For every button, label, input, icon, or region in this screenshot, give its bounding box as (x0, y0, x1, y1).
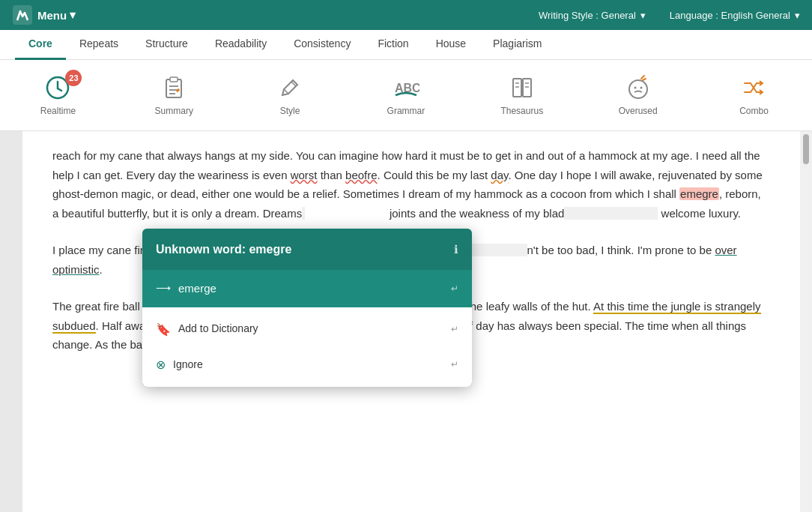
circle-x-icon: ⊗ (156, 355, 166, 375)
grammar-button[interactable]: ABC Grammar (376, 74, 436, 116)
svg-rect-5 (170, 77, 178, 82)
svg-line-9 (284, 89, 288, 94)
top-nav: Menu ▾ Writing Style : General ▾ Languag… (0, 0, 812, 30)
realtime-badge: 23 (65, 70, 82, 86)
error-emegre[interactable]: emegre (679, 187, 719, 200)
nav-right: Writing Style : General ▾ Language : Eng… (539, 10, 800, 21)
nav-left: Menu ▾ (12, 4, 76, 25)
overused-label: Overused (619, 106, 658, 116)
face-icon (625, 74, 652, 101)
ignore-button[interactable]: ⊗ Ignore ↵ (142, 347, 472, 382)
tab-core[interactable]: Core (15, 30, 66, 60)
paragraph-1: reach for my cane that always hangs at m… (52, 146, 770, 223)
error-day[interactable]: day (491, 169, 508, 181)
add-dict-left: 🔖 Add to Dictionary (156, 319, 258, 340)
thesaurus-button[interactable]: Thesaurus (492, 74, 552, 116)
ignore-label: Ignore (173, 356, 203, 374)
suggestion-content: ⟶ emerge (156, 279, 216, 298)
main-area: reach for my cane that always hangs at m… (0, 131, 812, 512)
menu-button[interactable]: Menu ▾ (37, 8, 76, 22)
tab-plagiarism[interactable]: Plagiarism (479, 30, 555, 60)
language-selector[interactable]: Language : English General ▾ (670, 10, 800, 21)
scrollbar-thumb[interactable] (803, 134, 809, 164)
sidebar-left (0, 131, 22, 512)
popup-actions: 🔖 Add to Dictionary ↵ ⊗ Ignore ↵ (142, 307, 472, 387)
tab-readability[interactable]: Readability (202, 30, 280, 60)
combo-button[interactable]: Combo (724, 74, 784, 116)
thesaurus-label: Thesaurus (500, 106, 543, 116)
svg-point-19 (634, 87, 636, 89)
tab-fiction[interactable]: Fiction (364, 30, 422, 60)
style-label: Style (280, 106, 300, 116)
book-icon (509, 74, 536, 101)
suggestion-shortcut: ↵ (451, 281, 458, 296)
svg-line-3 (58, 88, 61, 91)
suggestion-text: emerge (178, 279, 216, 298)
svg-rect-13 (523, 79, 531, 97)
tab-repeats[interactable]: Repeats (66, 30, 132, 60)
tab-nav: Core Repeats Structure Readability Consi… (0, 30, 812, 60)
error-worst[interactable]: worst (291, 169, 318, 181)
popup-suggestion-row[interactable]: ⟶ emerge ↵ (142, 270, 472, 307)
grammar-label: Grammar (387, 106, 425, 116)
tab-structure[interactable]: Structure (132, 30, 202, 60)
overused-button[interactable]: Overused (608, 74, 668, 116)
style-button[interactable]: Style (260, 74, 320, 116)
realtime-button[interactable]: 23 Realtime (28, 74, 88, 116)
icon-toolbar: 23 Realtime Summary Style ABC (0, 60, 812, 131)
content-area[interactable]: reach for my cane that always hangs at m… (22, 131, 800, 512)
bookmark-icon: 🔖 (156, 319, 171, 340)
ignore-left: ⊗ Ignore (156, 355, 203, 375)
add-dict-label: Add to Dictionary (178, 320, 258, 338)
app-logo (12, 4, 33, 25)
svg-rect-12 (513, 79, 521, 97)
popup-header: Unknown word: emegre ℹ (142, 229, 472, 270)
error-beofre[interactable]: beofre (345, 169, 378, 181)
shuffle-icon (740, 74, 767, 101)
popup-overlay: Unknown word: emegre ℹ ⟶ emerge ↵ 🔖 Add … (142, 229, 472, 387)
tab-consistency[interactable]: Consistency (280, 30, 364, 60)
add-to-dictionary-button[interactable]: 🔖 Add to Dictionary ↵ (142, 312, 472, 347)
ignore-shortcut: ↵ (451, 357, 458, 372)
realtime-label: Realtime (40, 106, 76, 116)
tab-house[interactable]: House (422, 30, 479, 60)
svg-point-18 (629, 80, 647, 98)
popup-title: Unknown word: emegre (156, 239, 291, 259)
info-icon[interactable]: ℹ (454, 240, 458, 259)
spell-popup: Unknown word: emegre ℹ ⟶ emerge ↵ 🔖 Add … (142, 229, 472, 387)
summary-button[interactable]: Summary (144, 74, 204, 116)
writing-style-selector[interactable]: Writing Style : General ▾ (539, 10, 646, 21)
combo-label: Combo (739, 106, 769, 116)
arrow-icon: ⟶ (156, 280, 171, 298)
add-dict-shortcut: ↵ (451, 322, 458, 337)
clipboard-icon (160, 74, 187, 101)
pen-icon (276, 74, 303, 101)
abc-icon: ABC (393, 74, 419, 101)
svg-point-20 (640, 87, 642, 89)
summary-label: Summary (155, 106, 193, 116)
sidebar-right (800, 131, 812, 512)
